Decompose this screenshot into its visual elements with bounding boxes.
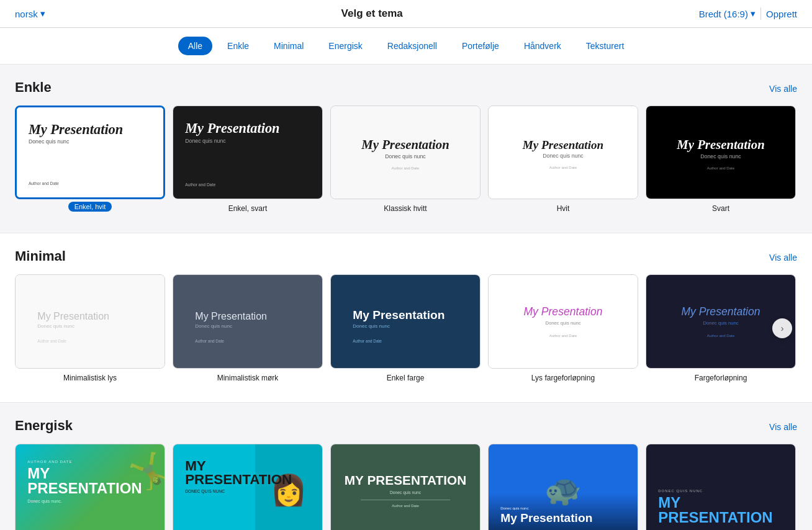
scroll-right-arrow[interactable]: › (772, 318, 792, 338)
slide-preview-lys-farge: My Presentation Donec quis nunc Author a… (489, 275, 638, 367)
slide-sub: Donec quis nunc. (27, 498, 153, 504)
slide-preview-sterke: 🤸 AUTHOR AND DATE MY PRESENTATION Donec … (16, 444, 165, 531)
section-header-energisk: Energisk Vis alle (15, 418, 797, 434)
template-hvit[interactable]: My Presentation Donec quis nunc Author a… (488, 106, 638, 213)
slide-preview-orientering: MY PRESENTATION Donec quis nunc Author a… (331, 444, 480, 531)
template-thumb-framvisning: 👩 MY PRESENTATION DONEC QUIS NUNC (173, 444, 323, 531)
section-energisk: Energisk Vis alle 🤸 AUTHOR AND DATE MY P… (0, 402, 812, 531)
template-label-enkel-svart: Enkel, svart (228, 204, 268, 213)
filter-bar: Alle Enkle Minimal Energisk Redaksjonell… (0, 28, 812, 65)
template-label-klassisk-hvitt: Klassisk hvitt (384, 204, 426, 213)
aspect-ratio-selector[interactable]: Bredt (16:9) ▾ (699, 8, 756, 19)
template-label-farge: Fargeforløpning (695, 374, 747, 382)
view-all-minimal[interactable]: Vis alle (769, 253, 797, 263)
slide-preview-min-lys: My Presentation Donec quis nunc Author a… (16, 275, 165, 367)
template-thumb-min-mork: My Presentation Donec quis nunc Author a… (173, 274, 323, 368)
template-enkel-svart[interactable]: My Presentation Donec quis nunc Author a… (173, 106, 323, 213)
template-min-mork[interactable]: My Presentation Donec quis nunc Author a… (173, 274, 323, 382)
section-header-enkle: Enkle Vis alle (15, 79, 797, 96)
slide-sub: Donec quis nunc (29, 138, 151, 145)
filter-tab-enkle[interactable]: Enkle (217, 37, 259, 55)
template-thumb-enkel-farge: My Presentation Donec quis nunc Author a… (330, 274, 480, 368)
slide-title: My Presentation (37, 311, 142, 322)
view-all-enkle[interactable]: Vis alle (769, 84, 797, 94)
template-klassisk-hvitt[interactable]: My Presentation Donec quis nunc Author a… (330, 106, 480, 213)
template-row-energisk: 🤸 AUTHOR AND DATE MY PRESENTATION Donec … (15, 444, 797, 531)
slide-sub: Donec quis nunc (390, 490, 421, 495)
template-svart[interactable]: My Presentation Donec quis nunc Author a… (646, 106, 796, 213)
slide-author: Author and Date (549, 165, 577, 169)
filter-tab-teksturert[interactable]: Teksturert (576, 37, 634, 55)
slide-preview-klassisk: My Presentation Donec quis nunc Author a… (331, 106, 480, 199)
section-header-minimal: Minimal Vis alle (15, 248, 797, 264)
slide-author: Author and Date (707, 333, 734, 338)
slide-footer: Author and Date (361, 500, 450, 508)
slide-title: MY PRESENTATION (185, 459, 251, 487)
template-akademi[interactable]: 🐢 Donec quis nunc My Presentation Akadem… (488, 444, 638, 531)
create-button[interactable]: Opprett (766, 9, 797, 19)
filter-tab-minimal[interactable]: Minimal (264, 37, 314, 55)
section-minimal: Minimal Vis alle My Presentation Donec q… (0, 233, 812, 402)
template-thumb-klassisk-hvitt: My Presentation Donec quis nunc Author a… (330, 106, 480, 199)
slide-author: Author and Date (37, 339, 142, 343)
template-row-container-minimal: My Presentation Donec quis nunc Author a… (15, 274, 797, 382)
filter-tab-alle[interactable]: Alle (178, 37, 212, 55)
slide-preview-enkel-svart: My Presentation Donec quis nunc Author a… (173, 106, 322, 199)
slide-title: My Presentation (195, 311, 300, 322)
view-all-energisk[interactable]: Vis alle (769, 422, 797, 432)
template-label-lys-farge: Lys fargeforløpning (531, 374, 595, 382)
template-thumb-orientering: MY PRESENTATION Donec quis nunc Author a… (330, 444, 480, 531)
template-thumb-akademi: 🐢 Donec quis nunc My Presentation (488, 444, 638, 531)
vertical-divider (760, 7, 761, 20)
slide-preview-akademi: 🐢 Donec quis nunc My Presentation (489, 444, 638, 531)
template-orientering[interactable]: MY PRESENTATION Donec quis nunc Author a… (330, 444, 480, 531)
template-label-min-mork: Minimalistisk mørk (217, 374, 279, 382)
template-enkel-hvit[interactable]: My Presentation Donec quis nunc Author a… (15, 106, 165, 212)
template-thumb-enkel-hvit: My Presentation Donec quis nunc Author a… (15, 106, 165, 199)
aspect-ratio-label: Bredt (16:9) (699, 9, 748, 19)
top-bar: norsk ▾ Velg et tema Bredt (16:9) ▾ Oppr… (0, 0, 812, 28)
template-lys-farge[interactable]: My Presentation Donec quis nunc Author a… (488, 274, 638, 382)
slide-preview-enkel-hvit: My Presentation Donec quis nunc Author a… (17, 107, 163, 197)
selected-badge: Enkel, hvit (68, 202, 112, 212)
template-label-svart: Svart (712, 204, 729, 213)
slide-sub: Donec quis nunc (385, 153, 426, 159)
slide-title: My Presentation (523, 305, 602, 318)
slide-title: My Presentation (677, 138, 765, 152)
section-title-minimal: Minimal (15, 248, 66, 264)
chevron-right-icon: › (781, 323, 784, 333)
slide-author: Author and Date (353, 339, 458, 343)
template-sterke-farger[interactable]: 🤸 AUTHOR AND DATE MY PRESENTATION Donec … (15, 444, 165, 531)
template-enkel-farge[interactable]: My Presentation Donec quis nunc Author a… (330, 274, 480, 382)
language-label: norsk (15, 9, 38, 19)
slide-sub: Donec quis nunc (700, 153, 741, 159)
chevron-down-icon: ▾ (40, 8, 45, 19)
template-thumb-moderne-stil: DONEC QUIS NUNC MY PRESENTATION (646, 444, 796, 531)
slide-title: MY PRESENTATION (333, 473, 479, 488)
template-moderne-stil[interactable]: DONEC QUIS NUNC MY PRESENTATION Moderne … (646, 444, 796, 531)
template-label-enkel-farge: Enkel farge (387, 374, 425, 382)
template-min-lys[interactable]: My Presentation Donec quis nunc Author a… (15, 274, 165, 382)
slide-title: My Presentation (681, 305, 760, 318)
slide-preview-moderne: DONEC QUIS NUNC MY PRESENTATION (646, 444, 795, 531)
template-row-enkle: My Presentation Donec quis nunc Author a… (15, 106, 797, 213)
page-title: Velg et tema (341, 7, 403, 20)
template-framvisning[interactable]: 👩 MY PRESENTATION DONEC QUIS NUNC Framvi… (173, 444, 323, 531)
slide-preview-framvisning: 👩 MY PRESENTATION DONEC QUIS NUNC (173, 444, 322, 531)
slide-title: My Presentation (361, 138, 449, 152)
slide-preview-min-mork: My Presentation Donec quis nunc Author a… (173, 275, 322, 367)
slide-title: My Presentation (523, 138, 604, 151)
slide-sub: Donec quis nunc (545, 320, 580, 326)
slide-title: MY PRESENTATION (27, 466, 153, 496)
filter-tab-portefolje[interactable]: Portefølje (452, 37, 509, 55)
slide-title: MY PRESENTATION (658, 495, 783, 525)
slide-sub: DONEC QUIS NUNC (658, 489, 783, 493)
template-thumb-min-lys: My Presentation Donec quis nunc Author a… (15, 274, 165, 368)
filter-tab-redaksjonell[interactable]: Redaksjonell (377, 37, 447, 55)
filter-tab-handverk[interactable]: Håndverk (514, 37, 571, 55)
slide-sub: Donec quis nunc (185, 138, 310, 144)
slide-author: Author and Date (707, 166, 734, 170)
language-selector[interactable]: norsk ▾ (15, 8, 45, 19)
template-thumb-enkel-svart: My Presentation Donec quis nunc Author a… (173, 106, 323, 199)
filter-tab-energisk[interactable]: Energisk (318, 37, 372, 55)
